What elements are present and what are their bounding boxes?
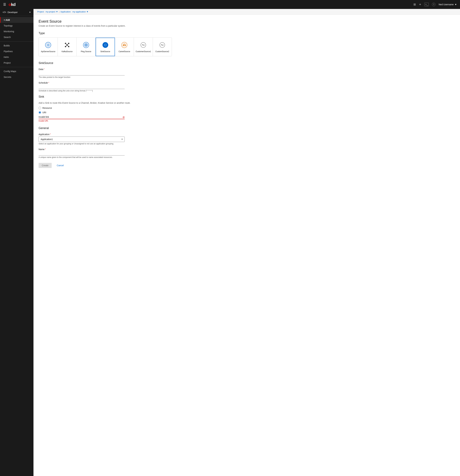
sinksource-icon: ⬡ — [101, 41, 109, 49]
schedule-input[interactable] — [39, 85, 125, 89]
sidebar-developer-switcher[interactable]: </> Developer ▼ — [0, 9, 33, 16]
sinksource-label: SinkSource — [100, 51, 110, 53]
svg-text:⊙: ⊙ — [47, 43, 49, 47]
sidebar-item-search[interactable]: Search — [0, 34, 33, 40]
navbar-actions: ⊞ + >_ ? Ned Username ▼ — [413, 2, 457, 7]
schedule-required-star: * — [48, 82, 49, 84]
schedule-hint: Schedule is described using the unix-cro… — [39, 90, 172, 92]
name-hint: A unique name given to the component tha… — [39, 156, 172, 158]
uri-error-icon: ⊘ — [123, 116, 125, 119]
schedule-field: Schedule * Schedule is described using t… — [39, 82, 172, 92]
sink-radio-group: Resource URI — [39, 107, 172, 114]
type-card-camelsource[interactable]: CamelSource — [115, 38, 134, 56]
form-content: Event Source Create an Event Source to r… — [33, 15, 177, 172]
sink-uri-label: URI — [42, 111, 46, 114]
svg-point-27 — [163, 45, 164, 45]
form-actions: Create Cancel — [39, 163, 172, 168]
logo-accent: o — [8, 2, 11, 7]
breadcrumb-application[interactable]: Application: my-application ▼ — [60, 10, 89, 13]
svg-line-10 — [66, 45, 67, 47]
page-subtitle: Create an Event Source to register inter… — [39, 25, 172, 27]
application-required-star: * — [50, 133, 51, 136]
application-hint: Select an application for your grouping … — [39, 143, 172, 145]
sidebar-item-secrets[interactable]: Secrets — [0, 74, 33, 80]
sidebar-item-project[interactable]: Project — [0, 60, 33, 66]
type-card-kafkasource[interactable]: KafkaSource — [58, 38, 77, 56]
help-icon[interactable]: ? — [432, 3, 435, 6]
cancel-button[interactable]: Cancel — [54, 163, 67, 168]
customsource2-label: CustomSource2 — [156, 51, 169, 53]
sidebar-developer-label: Developer — [8, 11, 28, 14]
data-required-star: * — [44, 68, 45, 70]
name-input[interactable] — [39, 152, 125, 155]
sink-description: Add a Sink to route this Event Source to… — [39, 102, 172, 104]
kafkasource-icon — [63, 41, 71, 49]
hamburger-icon[interactable]: ☰ — [3, 3, 6, 6]
logo-text: okd — [8, 2, 16, 7]
data-input[interactable] — [39, 71, 125, 76]
sink-uri-radio[interactable] — [39, 111, 41, 114]
sidebar-item-topology[interactable]: Topology — [0, 23, 33, 29]
sink-resource-radio[interactable] — [39, 107, 41, 109]
terminal-icon[interactable]: >_ — [424, 3, 429, 6]
breadcrumb-project-label: Project: — [37, 10, 44, 13]
create-button[interactable]: Create — [39, 163, 52, 168]
sidebar: </> Developer ▼ + Add Topology Monitorin… — [0, 9, 33, 476]
sink-resource-option[interactable]: Resource — [39, 107, 172, 109]
type-card-customsource2[interactable]: CustomSource2 — [153, 38, 172, 56]
schedule-label: Schedule * — [39, 82, 172, 84]
apiserversource-label: ApiServerSource — [41, 51, 56, 53]
customersource1-label: CustomerSource1 — [136, 51, 151, 53]
breadcrumb: Project: my-project ▼ | Application: my-… — [33, 9, 460, 15]
type-section-title: Type — [39, 32, 172, 35]
sidebar-item-configmaps[interactable]: Config Maps — [0, 68, 33, 74]
sidebar-nav: + Add Topology Monitoring Search Builds … — [0, 16, 33, 81]
camelsource-icon — [121, 41, 128, 49]
customersource1-icon — [140, 41, 147, 49]
sink-section-title: Sink — [39, 95, 172, 98]
breadcrumb-project[interactable]: Project: my-project ▼ — [37, 10, 58, 13]
data-field: Data * The data posted to the target fun… — [39, 68, 172, 78]
data-hint: The data posted to the target function — [39, 76, 172, 78]
sinksource-section-title: SinkSource — [39, 61, 172, 65]
sidebar-item-add[interactable]: + Add — [0, 17, 33, 23]
general-section: General Application * Application1 Unass… — [39, 127, 172, 158]
sidebar-item-monitoring[interactable]: Monitoring — [0, 29, 33, 34]
app-logo: okd — [8, 2, 16, 7]
type-card-pingsource[interactable]: Ping Source — [77, 38, 96, 56]
sidebar-item-helm[interactable]: Helm — [0, 54, 33, 60]
sidebar-item-builds[interactable]: Builds — [0, 43, 33, 49]
svg-line-11 — [67, 45, 69, 47]
breadcrumb-application-arrow: ▼ — [86, 10, 89, 13]
camelsource-label: CamelSource — [119, 51, 130, 53]
data-label: Data * — [39, 68, 172, 70]
uri-input[interactable] — [39, 115, 125, 119]
svg-point-26 — [161, 45, 162, 45]
breadcrumb-application-label: Application: — [60, 10, 71, 13]
general-section-title: General — [39, 127, 172, 130]
svg-point-15 — [86, 44, 87, 45]
name-required-star: * — [45, 148, 46, 150]
user-menu[interactable]: Ned Username ▼ — [439, 3, 457, 6]
breadcrumb-application-value: my-application — [72, 10, 86, 13]
type-card-sinksource[interactable]: ⬡ SinkSource — [96, 38, 115, 56]
application-select[interactable]: Application1 Unassigned — [39, 136, 125, 142]
user-dropdown-arrow: ▼ — [455, 3, 457, 6]
kafkasource-label: KafkaSource — [62, 51, 73, 53]
sink-uri-option[interactable]: URI — [39, 111, 172, 114]
developer-icon: </> — [3, 11, 6, 14]
svg-point-21 — [124, 45, 125, 46]
svg-point-20 — [123, 45, 124, 46]
name-field: Name * A unique name given to the compon… — [39, 148, 172, 158]
pingsource-icon — [82, 41, 90, 49]
svg-text:⬡: ⬡ — [104, 43, 107, 47]
type-cards: ⊙ ApiServerSource — [39, 37, 172, 56]
sidebar-item-pipelines[interactable]: Pipelines — [0, 49, 33, 54]
plus-icon[interactable]: + — [419, 2, 421, 7]
type-card-customersource1[interactable]: CustomerSource1 — [134, 38, 153, 56]
svg-point-23 — [142, 45, 143, 45]
type-card-apiserversource[interactable]: ⊙ ApiServerSource — [39, 38, 58, 56]
grid-icon[interactable]: ⊞ — [413, 3, 416, 6]
svg-point-24 — [144, 45, 145, 45]
uri-field-wrapper: ⊘ Invalid URI. — [39, 115, 125, 122]
